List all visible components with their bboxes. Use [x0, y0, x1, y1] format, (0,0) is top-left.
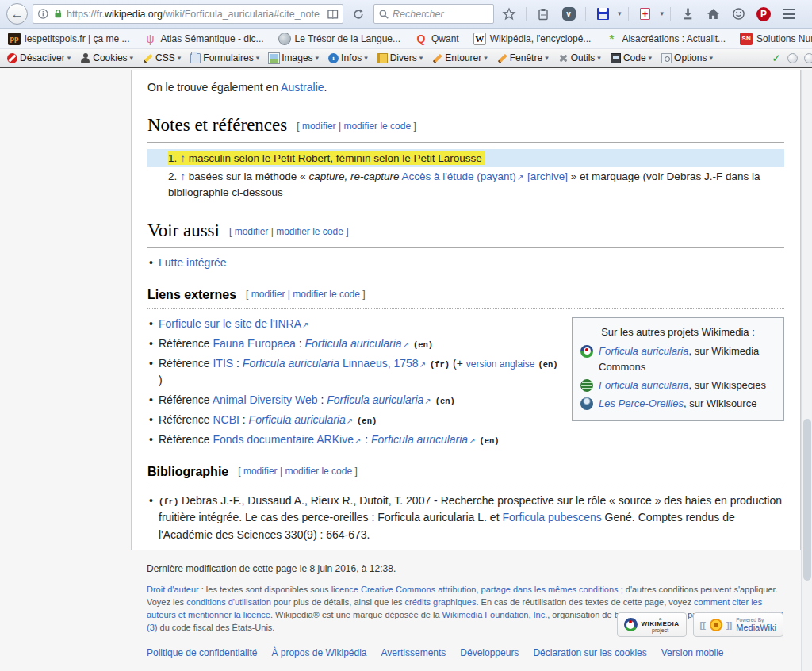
devbar-label: Outils	[571, 52, 596, 63]
arkive-link[interactable]: Fonds documentaire ARKive	[213, 433, 353, 446]
species-link[interactable]: Forficula auricularia	[249, 413, 346, 426]
bookmark-wikipedia[interactable]: WWikipédia, l'encyclopé...	[473, 33, 592, 45]
bookmark-qwant[interactable]: QQwant	[415, 33, 459, 45]
english-version-link[interactable]: version anglaise	[466, 359, 535, 370]
edit-link[interactable]: modifier	[302, 121, 336, 132]
devbar-label: Code	[623, 52, 646, 63]
status-indicator-icon[interactable]	[787, 53, 798, 63]
species-author-link[interactable]: Linnaeus, 1758	[339, 357, 419, 370]
species-link[interactable]: Forficula auricularia	[304, 337, 401, 350]
add-dropdown-caret[interactable]: ▾	[661, 10, 665, 17]
study-access-link[interactable]: Accès à l'étude (payant)	[401, 171, 515, 182]
pinterest-button[interactable]: P	[753, 4, 774, 25]
misc-book-icon	[377, 53, 388, 63]
devbar-options-menu[interactable]: Options▾	[657, 51, 717, 65]
bookmark-alsacreations[interactable]: *Alsacréations : Actualit...	[605, 33, 726, 45]
css-pencil-icon	[143, 53, 153, 63]
dropdown-caret: ▾	[545, 55, 549, 62]
bookmark-solutions-numeriques[interactable]: SNSolutions Numériques ...	[740, 33, 812, 45]
reader-mode-icon[interactable]	[327, 9, 339, 20]
devbar-window-menu[interactable]: Fenêtre▾	[493, 51, 553, 65]
devbar-forms-menu[interactable]: Formulaires▾	[186, 51, 263, 65]
devbar-cookies-menu[interactable]: Cookies▾	[76, 51, 137, 65]
copyright-link[interactable]: conditions d'utilisation	[186, 597, 271, 607]
ncbi-link[interactable]: NCBI	[213, 413, 239, 426]
edit-link[interactable]: modifier	[235, 226, 269, 237]
copyright-link[interactable]: Droit d'auteur	[147, 585, 199, 594]
badge-text: project	[652, 627, 668, 633]
copyright-link[interactable]: licence Creative Commons attribution, pa…	[331, 585, 619, 594]
species-link[interactable]: Forficula auricularia	[243, 357, 339, 370]
feedback-smiley-button[interactable]	[728, 4, 749, 25]
clipboard-button[interactable]	[533, 4, 553, 25]
edit-source-link[interactable]: modifier le code	[276, 226, 343, 237]
species-link[interactable]: Forficula auricularia	[371, 433, 468, 446]
bracket: ]	[354, 466, 357, 477]
badge-text: Powered By	[736, 617, 776, 623]
bookmark-lespetitspois[interactable]: pplespetitspois.fr | ça me ...	[8, 33, 130, 45]
copyright-segment: : les textes sont disponibles sous	[199, 585, 331, 594]
edit-source-link[interactable]: modifier le code	[285, 466, 352, 477]
devbar-disable-menu[interactable]: Désactiver▾	[3, 51, 75, 65]
save-dropdown-caret[interactable]: ▾	[618, 10, 622, 17]
search-input[interactable]	[393, 9, 472, 20]
bookmark-star-button[interactable]	[499, 4, 519, 25]
itis-link[interactable]: ITIS	[213, 357, 233, 370]
edit-link[interactable]: modifier	[243, 466, 278, 477]
backlink-up-arrow[interactable]: ↑	[180, 152, 186, 164]
cookie-statement-link[interactable]: Déclaration sur les cookies	[533, 647, 646, 658]
archive-link[interactable]: [archive]	[527, 171, 568, 182]
disclaimers-link[interactable]: Avertissements	[381, 647, 446, 658]
globe-favicon	[278, 33, 291, 45]
copyright-link[interactable]: Wikimedia Foundation, Inc.	[442, 610, 548, 619]
backlink-up-arrow[interactable]: ↑	[180, 171, 186, 182]
devbar-css-menu[interactable]: CSS▾	[139, 51, 185, 65]
pocket-button[interactable]: v	[558, 4, 579, 25]
page-scrollbar[interactable]	[801, 70, 812, 671]
copyright-link[interactable]: crédits graphiques	[405, 597, 477, 607]
reload-button[interactable]	[348, 4, 369, 25]
text-segment: :	[318, 393, 327, 406]
adw-link[interactable]: Animal Diversity Web	[213, 393, 318, 406]
scrollbar-thumb[interactable]	[803, 419, 811, 581]
mobile-view-link[interactable]: Version mobile	[661, 647, 724, 658]
edit-source-link[interactable]: modifier le code	[293, 289, 360, 300]
developers-link[interactable]: Développeurs	[460, 647, 519, 658]
devbar-infos-menu[interactable]: iInfos▾	[324, 51, 372, 65]
status-indicator-icon[interactable]	[804, 53, 812, 63]
save-page-button[interactable]	[592, 4, 613, 25]
privacy-policy-link[interactable]: Politique de confidentialité	[147, 647, 257, 658]
devbar-misc-menu[interactable]: Divers▾	[373, 51, 427, 65]
wikimedia-project-badge[interactable]: aWIKIMEDIAproject	[617, 612, 687, 637]
species-link[interactable]: Forficula auricularia	[327, 393, 423, 406]
copyright-segment: du code fiscal des États-Unis.	[157, 623, 274, 632]
smiley-icon	[732, 7, 745, 21]
url-bar[interactable]: https://fr.wikipedia.org/wiki/Forficula_…	[33, 4, 343, 24]
inra-link[interactable]: Forficule sur le site de l'INRA	[159, 317, 301, 330]
about-wikipedia-link[interactable]: À propos de Wikipédia	[271, 647, 366, 658]
bookmark-atlas-semantique[interactable]: ψAtlas Sémantique - dic...	[144, 33, 264, 45]
edit-link[interactable]: modifier	[251, 289, 285, 300]
fauna-europaea-link[interactable]: Fauna Europaea	[213, 337, 295, 350]
downloads-button[interactable]	[677, 4, 698, 25]
site-info-icon[interactable]	[37, 8, 49, 20]
devbar-images-menu[interactable]: Images▾	[265, 51, 323, 65]
link-australie[interactable]: Australie	[281, 81, 324, 94]
link-lutte-integree[interactable]: Lutte intégrée	[159, 256, 227, 269]
back-button[interactable]: ←	[6, 3, 28, 25]
reference-item-1: 1.↑ masculin selon le Petit Robert, fémi…	[147, 149, 784, 168]
note-text: masculin selon le Petit Robert, féminin …	[189, 152, 482, 164]
mediawiki-badge[interactable]: [[ ]] Powered ByMediaWiki	[693, 612, 783, 637]
edit-source-link[interactable]: modifier le code	[343, 121, 411, 132]
devbar-tools-menu[interactable]: Outils▾	[554, 51, 605, 65]
devbar-outline-menu[interactable]: Entourer▾	[428, 51, 492, 65]
validation-check-icon[interactable]: ✓	[772, 52, 781, 64]
search-bar[interactable]	[373, 4, 494, 24]
https-lock-icon[interactable]	[52, 8, 64, 20]
menu-button[interactable]	[779, 4, 799, 25]
add-extension-button[interactable]: +	[635, 4, 656, 25]
devbar-code-menu[interactable]: Code▾	[607, 51, 656, 65]
forficula-pubescens-link[interactable]: Forficula pubescens	[502, 511, 601, 523]
home-button[interactable]	[703, 4, 723, 25]
bookmark-tresor-langue[interactable]: Le Trésor de la Langue...	[278, 33, 400, 45]
